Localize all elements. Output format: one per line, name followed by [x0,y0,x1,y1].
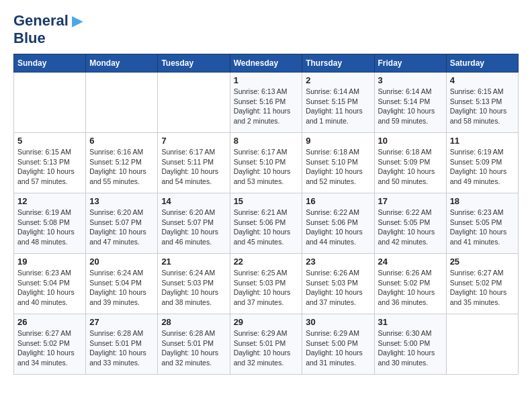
day-number: 18 [450,196,515,206]
day-cell: 11Sunrise: 6:19 AMSunset: 5:09 PMDayligh… [446,133,518,193]
day-info: Sunrise: 6:14 AMSunset: 5:14 PMDaylight:… [378,87,443,126]
day-cell: 5Sunrise: 6:15 AMSunset: 5:13 PMDaylight… [14,133,86,193]
day-info: Sunrise: 6:18 AMSunset: 5:09 PMDaylight:… [378,147,443,187]
week-row-3: 12Sunrise: 6:19 AMSunset: 5:08 PMDayligh… [14,193,519,254]
day-cell: 28Sunrise: 6:28 AMSunset: 5:01 PMDayligh… [158,314,230,375]
day-number: 25 [450,257,515,267]
day-cell: 4Sunrise: 6:15 AMSunset: 5:13 PMDaylight… [446,73,518,133]
day-number: 22 [234,257,299,267]
week-row-1: 1Sunrise: 6:13 AMSunset: 5:16 PMDaylight… [14,73,519,133]
day-info: Sunrise: 6:27 AMSunset: 5:02 PMDaylight:… [450,268,515,308]
header-tuesday: Tuesday [158,54,230,73]
day-cell: 19Sunrise: 6:23 AMSunset: 5:04 PMDayligh… [14,254,86,314]
logo: General ▶ Blue [13,13,83,47]
day-info: Sunrise: 6:15 AMSunset: 5:13 PMDaylight:… [450,87,515,126]
day-number: 30 [306,317,370,327]
day-cell: 25Sunrise: 6:27 AMSunset: 5:02 PMDayligh… [446,254,518,314]
day-info: Sunrise: 6:29 AMSunset: 5:01 PMDaylight:… [234,328,299,368]
day-number: 5 [17,136,82,146]
day-cell: 24Sunrise: 6:26 AMSunset: 5:02 PMDayligh… [374,254,446,314]
day-cell: 17Sunrise: 6:22 AMSunset: 5:05 PMDayligh… [374,193,446,254]
day-cell [14,73,86,133]
day-info: Sunrise: 6:21 AMSunset: 5:06 PMDaylight:… [234,208,299,247]
day-number: 1 [234,75,299,85]
day-info: Sunrise: 6:19 AMSunset: 5:08 PMDaylight:… [17,208,82,247]
day-number: 24 [378,257,443,267]
week-row-2: 5Sunrise: 6:15 AMSunset: 5:13 PMDaylight… [14,133,519,193]
header-friday: Friday [374,54,446,73]
day-number: 9 [306,136,370,146]
day-cell: 8Sunrise: 6:17 AMSunset: 5:10 PMDaylight… [230,133,302,193]
header-monday: Monday [86,54,158,73]
day-cell: 22Sunrise: 6:25 AMSunset: 5:03 PMDayligh… [230,254,302,314]
day-number: 4 [450,75,515,85]
day-cell: 31Sunrise: 6:30 AMSunset: 5:00 PMDayligh… [374,314,446,375]
day-cell: 27Sunrise: 6:28 AMSunset: 5:01 PMDayligh… [86,314,158,375]
day-number: 6 [89,136,154,146]
day-info: Sunrise: 6:28 AMSunset: 5:01 PMDaylight:… [89,328,154,368]
header-wednesday: Wednesday [230,54,302,73]
day-number: 28 [161,317,226,327]
day-number: 26 [17,317,82,327]
day-number: 20 [89,257,154,267]
day-cell [446,314,518,375]
day-cell: 9Sunrise: 6:18 AMSunset: 5:10 PMDaylight… [302,133,374,193]
day-cell: 13Sunrise: 6:20 AMSunset: 5:07 PMDayligh… [86,193,158,254]
day-cell: 30Sunrise: 6:29 AMSunset: 5:00 PMDayligh… [302,314,374,375]
day-info: Sunrise: 6:22 AMSunset: 5:06 PMDaylight:… [306,208,370,247]
day-cell: 18Sunrise: 6:23 AMSunset: 5:05 PMDayligh… [446,193,518,254]
day-number: 31 [378,317,443,327]
day-number: 11 [450,136,515,146]
day-cell [86,73,158,133]
logo-blue-text: Blue [13,30,46,47]
day-number: 8 [234,136,299,146]
day-cell: 3Sunrise: 6:14 AMSunset: 5:14 PMDaylight… [374,73,446,133]
day-info: Sunrise: 6:29 AMSunset: 5:00 PMDaylight:… [306,328,370,368]
day-cell: 23Sunrise: 6:26 AMSunset: 5:03 PMDayligh… [302,254,374,314]
day-info: Sunrise: 6:19 AMSunset: 5:09 PMDaylight:… [450,147,515,187]
day-cell: 26Sunrise: 6:27 AMSunset: 5:02 PMDayligh… [14,314,86,375]
day-info: Sunrise: 6:25 AMSunset: 5:03 PMDaylight:… [234,268,299,308]
day-number: 19 [17,257,82,267]
day-number: 27 [89,317,154,327]
day-cell: 20Sunrise: 6:24 AMSunset: 5:04 PMDayligh… [86,254,158,314]
day-info: Sunrise: 6:24 AMSunset: 5:03 PMDaylight:… [161,268,226,308]
logo-text: General ▶ [13,13,83,28]
day-info: Sunrise: 6:24 AMSunset: 5:04 PMDaylight:… [89,268,154,308]
day-cell: 10Sunrise: 6:18 AMSunset: 5:09 PMDayligh… [374,133,446,193]
day-info: Sunrise: 6:23 AMSunset: 5:04 PMDaylight:… [17,268,82,308]
week-row-5: 26Sunrise: 6:27 AMSunset: 5:02 PMDayligh… [14,314,519,375]
day-cell: 1Sunrise: 6:13 AMSunset: 5:16 PMDaylight… [230,73,302,133]
day-info: Sunrise: 6:23 AMSunset: 5:05 PMDaylight:… [450,208,515,247]
logo-arrow-icon: ▶ [69,13,83,28]
day-number: 23 [306,257,370,267]
day-number: 3 [378,75,443,85]
day-cell: 21Sunrise: 6:24 AMSunset: 5:03 PMDayligh… [158,254,230,314]
day-info: Sunrise: 6:20 AMSunset: 5:07 PMDaylight:… [161,208,226,247]
day-cell: 2Sunrise: 6:14 AMSunset: 5:15 PMDaylight… [302,73,374,133]
day-info: Sunrise: 6:20 AMSunset: 5:07 PMDaylight:… [89,208,154,247]
day-cell: 15Sunrise: 6:21 AMSunset: 5:06 PMDayligh… [230,193,302,254]
day-number: 12 [17,196,82,206]
day-info: Sunrise: 6:17 AMSunset: 5:11 PMDaylight:… [161,147,226,187]
logo-general: General [13,12,69,29]
day-cell: 14Sunrise: 6:20 AMSunset: 5:07 PMDayligh… [158,193,230,254]
day-number: 13 [89,196,154,206]
day-cell: 7Sunrise: 6:17 AMSunset: 5:11 PMDaylight… [158,133,230,193]
page-header: General ▶ Blue [13,13,519,47]
day-info: Sunrise: 6:14 AMSunset: 5:15 PMDaylight:… [306,87,370,126]
day-cell: 12Sunrise: 6:19 AMSunset: 5:08 PMDayligh… [14,193,86,254]
day-cell: 6Sunrise: 6:16 AMSunset: 5:12 PMDaylight… [86,133,158,193]
calendar-header-row: SundayMondayTuesdayWednesdayThursdayFrid… [14,54,519,73]
day-number: 17 [378,196,443,206]
day-info: Sunrise: 6:30 AMSunset: 5:00 PMDaylight:… [378,328,443,368]
day-info: Sunrise: 6:17 AMSunset: 5:10 PMDaylight:… [234,147,299,187]
header-sunday: Sunday [14,54,86,73]
day-info: Sunrise: 6:22 AMSunset: 5:05 PMDaylight:… [378,208,443,247]
day-cell: 16Sunrise: 6:22 AMSunset: 5:06 PMDayligh… [302,193,374,254]
calendar-table: SundayMondayTuesdayWednesdayThursdayFrid… [13,54,519,375]
day-number: 10 [378,136,443,146]
day-info: Sunrise: 6:13 AMSunset: 5:16 PMDaylight:… [234,87,299,126]
day-number: 7 [161,136,226,146]
day-number: 15 [234,196,299,206]
